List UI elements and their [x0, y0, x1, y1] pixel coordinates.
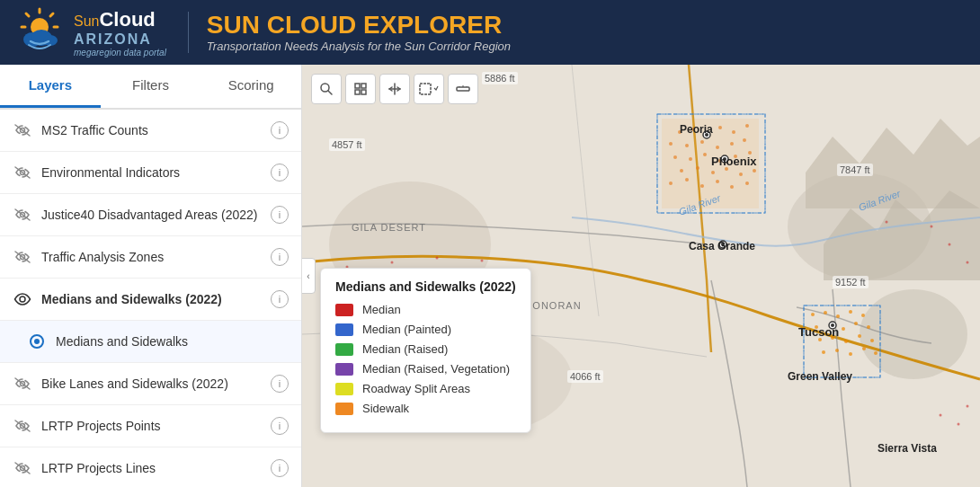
layer-visibility-icon-ms2[interactable]: [13, 120, 32, 140]
grid-tool-button[interactable]: [345, 74, 376, 104]
map-toolbar: [311, 74, 478, 104]
legend-swatch-median: [335, 304, 353, 316]
svg-rect-103: [355, 90, 360, 94]
app-subtitle: Transportation Needs Analysis for the Su…: [207, 40, 511, 53]
layer-visibility-icon-justice40[interactable]: [13, 205, 32, 225]
pan-tool-button[interactable]: [379, 74, 410, 104]
tab-filters[interactable]: Filters: [101, 65, 201, 108]
logo-sun-text: Sun: [74, 13, 99, 30]
svg-point-66: [854, 322, 858, 325]
legend-title: Medians and Sidewalks (2022): [335, 279, 516, 294]
legend-item-median: Median: [335, 303, 516, 316]
svg-point-35: [700, 140, 704, 144]
svg-point-62: [861, 314, 865, 317]
svg-point-85: [967, 261, 969, 264]
layer-name-medians: Medians and Sidewalks: [56, 334, 289, 349]
layer-info-lrtp-points[interactable]: i: [271, 417, 289, 435]
legend-panel: Medians and Sidewalks (2022) Median Medi…: [320, 268, 531, 433]
svg-point-60: [836, 314, 840, 318]
legend-swatch-roadway-split: [335, 383, 353, 395]
layer-visibility-icon-taz[interactable]: [13, 247, 32, 267]
layer-item-ms2[interactable]: MS2 Traffic Counts i: [0, 110, 301, 152]
svg-point-34: [685, 144, 689, 147]
elev-label-7847: 7847 ft: [837, 164, 873, 176]
layer-item-medians-2022[interactable]: Medians and Sidewalks (2022) i: [0, 279, 301, 321]
search-tool-button[interactable]: [311, 74, 342, 104]
place-label-casa-grande: Casa Grande: [689, 240, 755, 252]
svg-point-80: [436, 257, 439, 260]
svg-point-50: [753, 169, 756, 173]
layer-name-taz: Traffic Analysis Zones: [41, 250, 262, 264]
svg-rect-104: [361, 90, 366, 94]
layer-info-medians-2022[interactable]: i: [271, 290, 289, 308]
layer-item-lrtp-lines[interactable]: LRTP Projects Lines i: [0, 447, 301, 487]
svg-point-15: [34, 339, 40, 344]
layer-info-bike[interactable]: i: [271, 375, 289, 393]
layer-name-medians-2022: Medians and Sidewalks (2022): [41, 292, 262, 306]
header-title-area: SUN CLOUD EXPLORER Transportation Needs …: [188, 12, 511, 53]
svg-point-87: [958, 423, 960, 426]
svg-point-73: [822, 350, 825, 354]
elev-label-4857: 4857 ft: [329, 138, 365, 151]
svg-point-54: [716, 180, 719, 183]
layer-item-bike[interactable]: Bike Lanes and Sidewalks (2022) i: [0, 363, 301, 405]
svg-point-70: [844, 340, 848, 343]
svg-point-33: [669, 142, 673, 146]
layer-info-lrtp-lines[interactable]: i: [271, 459, 289, 477]
place-label-green-valley: Green Valley: [788, 370, 852, 383]
layer-info-justice40[interactable]: i: [271, 206, 289, 224]
layer-name-lrtp-points: LRTP Projects Points: [41, 419, 262, 433]
svg-point-59: [824, 311, 827, 314]
svg-point-81: [481, 260, 484, 262]
svg-point-83: [931, 226, 933, 228]
logo-text: SunCloud ARIZONA megaregion data portal: [74, 8, 166, 58]
svg-rect-101: [355, 84, 360, 88]
svg-point-82: [886, 221, 888, 224]
layer-visibility-icon-lrtp-lines[interactable]: [13, 458, 32, 478]
logo-area: SunCloud ARIZONA megaregion data portal: [14, 7, 166, 58]
tab-scoring[interactable]: Scoring: [200, 65, 301, 108]
layer-item-lrtp-points[interactable]: LRTP Projects Points i: [0, 405, 301, 447]
layer-visibility-icon-bike[interactable]: [13, 374, 32, 394]
sidebar-collapse-button[interactable]: ‹: [302, 258, 316, 294]
svg-point-61: [849, 310, 852, 314]
map-area[interactable]: ‹ Peoria Phoenix Casa Grande Tucson Gree…: [302, 65, 980, 487]
logo-icon: [14, 7, 65, 58]
place-label-sierra-vista: Sierra Vista: [878, 442, 937, 455]
layer-visibility-icon-env[interactable]: [13, 163, 32, 182]
layer-info-env[interactable]: i: [271, 164, 289, 182]
svg-point-13: [20, 297, 25, 302]
logo-arizona-text: ARIZONA: [74, 31, 166, 48]
layer-visibility-icon-medians[interactable]: [27, 332, 47, 351]
layer-item-justice40[interactable]: Justice40 Disadvantaged Areas (2022) i: [0, 194, 301, 236]
logo-cloud-text: Cloud: [99, 8, 155, 31]
legend-item-median-raised: Median (Raised): [335, 342, 516, 356]
layer-visibility-icon-lrtp-points[interactable]: [13, 416, 32, 436]
legend-label-median-raised-veg: Median (Raised, Vegetation): [362, 362, 510, 376]
svg-point-52: [685, 178, 689, 182]
svg-point-38: [743, 138, 746, 142]
layer-item-taz[interactable]: Traffic Analysis Zones i: [0, 236, 301, 279]
svg-point-77: [874, 351, 878, 355]
app-header: SunCloud ARIZONA megaregion data portal …: [0, 0, 980, 65]
elev-label-5886: 5886 ft: [482, 72, 518, 84]
layer-info-ms2[interactable]: i: [271, 121, 289, 139]
elev-label-4066: 4066 ft: [567, 370, 603, 383]
legend-swatch-median-painted: [335, 323, 353, 336]
svg-rect-105: [420, 84, 431, 94]
layer-item-env[interactable]: Environmental Indicators i: [0, 152, 301, 194]
layer-item-medians[interactable]: Medians and Sidewalks: [0, 321, 301, 363]
svg-point-88: [967, 405, 969, 408]
layer-visibility-icon-medians-2022[interactable]: [13, 289, 32, 309]
svg-point-76: [862, 347, 866, 350]
legend-label-sidewalk: Sidewalk: [362, 402, 409, 415]
svg-point-55: [730, 185, 734, 189]
svg-point-67: [867, 325, 870, 329]
select-tool-button[interactable]: [414, 74, 444, 104]
layer-name-ms2: MS2 Traffic Counts: [41, 123, 262, 137]
layer-info-taz[interactable]: i: [271, 248, 289, 266]
measure-tool-button[interactable]: [448, 74, 478, 104]
place-label-tucson: Tucson: [798, 325, 839, 339]
tab-layers[interactable]: Layers: [0, 65, 101, 108]
svg-point-72: [870, 339, 874, 342]
